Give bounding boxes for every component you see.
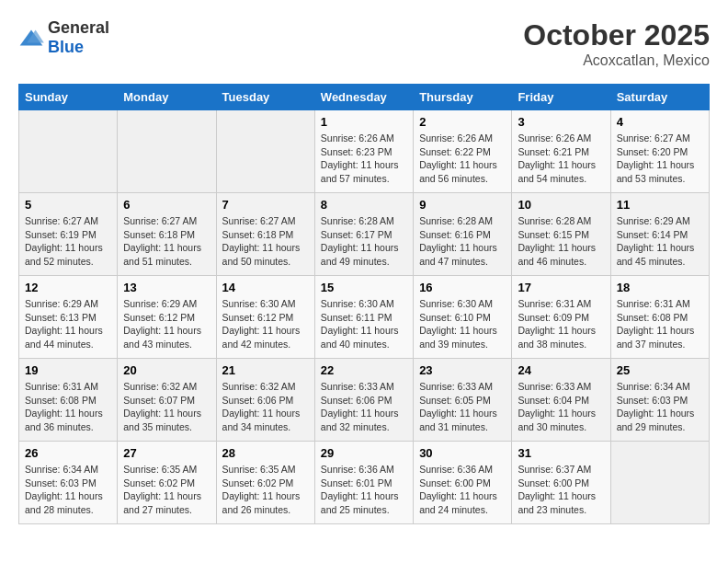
day-number: 30 xyxy=(419,446,506,460)
weekday-header-thursday: Thursday xyxy=(414,85,512,110)
day-number: 17 xyxy=(518,281,604,294)
weekday-header-sunday: Sunday xyxy=(19,85,118,110)
day-number: 9 xyxy=(419,198,506,212)
day-info: Sunrise: 6:30 AMSunset: 6:10 PMDaylight:… xyxy=(419,297,506,351)
calendar-week-4: 19Sunrise: 6:31 AMSunset: 6:08 PMDayligh… xyxy=(19,359,710,442)
calendar-cell: 1Sunrise: 6:26 AMSunset: 6:23 PMDaylight… xyxy=(314,110,413,193)
day-info: Sunrise: 6:35 AMSunset: 6:02 PMDaylight:… xyxy=(222,463,309,517)
calendar-week-1: 1Sunrise: 6:26 AMSunset: 6:23 PMDaylight… xyxy=(19,110,710,193)
day-info: Sunrise: 6:26 AMSunset: 6:21 PMDaylight:… xyxy=(518,132,604,186)
day-info: Sunrise: 6:28 AMSunset: 6:17 PMDaylight:… xyxy=(321,214,407,269)
logo-text: General Blue xyxy=(48,18,109,57)
logo: General Blue xyxy=(18,18,109,57)
logo-icon xyxy=(18,29,44,47)
calendar-cell: 31Sunrise: 6:37 AMSunset: 6:00 PMDayligh… xyxy=(512,442,610,524)
calendar-body: 1Sunrise: 6:26 AMSunset: 6:23 PMDaylight… xyxy=(19,110,710,524)
calendar-week-2: 5Sunrise: 6:27 AMSunset: 6:19 PMDaylight… xyxy=(19,193,710,276)
day-info: Sunrise: 6:33 AMSunset: 6:05 PMDaylight:… xyxy=(419,380,506,434)
calendar-cell: 27Sunrise: 6:35 AMSunset: 6:02 PMDayligh… xyxy=(118,442,216,524)
page-header: General Blue October 2025 Acoxcatlan, Me… xyxy=(18,18,710,69)
logo-general: General xyxy=(48,18,109,37)
day-number: 14 xyxy=(222,281,309,294)
calendar-cell: 6Sunrise: 6:27 AMSunset: 6:18 PMDaylight… xyxy=(118,193,216,276)
day-number: 21 xyxy=(222,363,309,377)
weekday-header-wednesday: Wednesday xyxy=(314,85,413,110)
day-number: 2 xyxy=(419,115,506,129)
calendar-cell: 7Sunrise: 6:27 AMSunset: 6:18 PMDaylight… xyxy=(216,193,314,276)
day-number: 18 xyxy=(617,281,703,294)
day-number: 7 xyxy=(222,198,309,212)
day-info: Sunrise: 6:27 AMSunset: 6:20 PMDaylight:… xyxy=(617,132,703,186)
day-info: Sunrise: 6:31 AMSunset: 6:08 PMDaylight:… xyxy=(25,380,111,434)
day-number: 11 xyxy=(617,198,703,212)
calendar-week-5: 26Sunrise: 6:34 AMSunset: 6:03 PMDayligh… xyxy=(19,442,710,524)
calendar-cell: 22Sunrise: 6:33 AMSunset: 6:06 PMDayligh… xyxy=(314,359,413,442)
calendar-cell: 30Sunrise: 6:36 AMSunset: 6:00 PMDayligh… xyxy=(414,442,512,524)
calendar-cell: 17Sunrise: 6:31 AMSunset: 6:09 PMDayligh… xyxy=(512,276,610,359)
calendar-cell: 28Sunrise: 6:35 AMSunset: 6:02 PMDayligh… xyxy=(216,442,314,524)
calendar-cell: 21Sunrise: 6:32 AMSunset: 6:06 PMDayligh… xyxy=(216,359,314,442)
calendar-cell: 3Sunrise: 6:26 AMSunset: 6:21 PMDaylight… xyxy=(512,110,610,193)
calendar-cell xyxy=(19,110,118,193)
weekday-header-monday: Monday xyxy=(118,85,216,110)
calendar-cell xyxy=(610,442,709,524)
calendar-table: SundayMondayTuesdayWednesdayThursdayFrid… xyxy=(18,84,710,524)
day-info: Sunrise: 6:30 AMSunset: 6:11 PMDaylight:… xyxy=(321,297,407,351)
day-number: 16 xyxy=(419,281,506,294)
day-number: 20 xyxy=(123,363,210,377)
title-section: October 2025 Acoxcatlan, Mexico xyxy=(523,18,710,69)
calendar-cell: 24Sunrise: 6:33 AMSunset: 6:04 PMDayligh… xyxy=(512,359,610,442)
day-number: 15 xyxy=(321,281,407,294)
day-number: 8 xyxy=(321,198,407,212)
day-info: Sunrise: 6:31 AMSunset: 6:09 PMDaylight:… xyxy=(518,297,604,351)
day-info: Sunrise: 6:36 AMSunset: 6:00 PMDaylight:… xyxy=(419,463,506,517)
weekday-header-friday: Friday xyxy=(512,85,610,110)
calendar-cell: 25Sunrise: 6:34 AMSunset: 6:03 PMDayligh… xyxy=(610,359,709,442)
day-number: 4 xyxy=(617,115,703,129)
calendar-cell: 18Sunrise: 6:31 AMSunset: 6:08 PMDayligh… xyxy=(610,276,709,359)
calendar-cell xyxy=(118,110,216,193)
day-number: 31 xyxy=(518,446,604,460)
day-info: Sunrise: 6:34 AMSunset: 6:03 PMDaylight:… xyxy=(25,463,111,517)
calendar-cell: 11Sunrise: 6:29 AMSunset: 6:14 PMDayligh… xyxy=(610,193,709,276)
weekday-header-tuesday: Tuesday xyxy=(216,85,314,110)
day-info: Sunrise: 6:26 AMSunset: 6:22 PMDaylight:… xyxy=(419,132,506,186)
day-info: Sunrise: 6:34 AMSunset: 6:03 PMDaylight:… xyxy=(617,380,703,434)
day-info: Sunrise: 6:27 AMSunset: 6:19 PMDaylight:… xyxy=(25,214,111,269)
day-number: 3 xyxy=(518,115,604,129)
calendar-cell: 8Sunrise: 6:28 AMSunset: 6:17 PMDaylight… xyxy=(314,193,413,276)
day-number: 12 xyxy=(25,281,111,294)
day-number: 23 xyxy=(419,363,506,377)
day-number: 25 xyxy=(617,363,703,377)
day-number: 19 xyxy=(25,363,111,377)
calendar-cell: 13Sunrise: 6:29 AMSunset: 6:12 PMDayligh… xyxy=(118,276,216,359)
day-info: Sunrise: 6:29 AMSunset: 6:12 PMDaylight:… xyxy=(123,297,210,351)
day-number: 22 xyxy=(321,363,407,377)
day-info: Sunrise: 6:33 AMSunset: 6:06 PMDaylight:… xyxy=(321,380,407,434)
calendar-cell: 20Sunrise: 6:32 AMSunset: 6:07 PMDayligh… xyxy=(118,359,216,442)
calendar-cell: 15Sunrise: 6:30 AMSunset: 6:11 PMDayligh… xyxy=(314,276,413,359)
calendar-cell: 23Sunrise: 6:33 AMSunset: 6:05 PMDayligh… xyxy=(414,359,512,442)
day-info: Sunrise: 6:27 AMSunset: 6:18 PMDaylight:… xyxy=(123,214,210,269)
weekday-header-row: SundayMondayTuesdayWednesdayThursdayFrid… xyxy=(19,85,710,110)
day-info: Sunrise: 6:36 AMSunset: 6:01 PMDaylight:… xyxy=(321,463,407,517)
day-number: 27 xyxy=(123,446,210,460)
day-number: 24 xyxy=(518,363,604,377)
day-number: 13 xyxy=(123,281,210,294)
weekday-header-saturday: Saturday xyxy=(610,85,709,110)
calendar-week-3: 12Sunrise: 6:29 AMSunset: 6:13 PMDayligh… xyxy=(19,276,710,359)
calendar-cell: 19Sunrise: 6:31 AMSunset: 6:08 PMDayligh… xyxy=(19,359,118,442)
day-number: 10 xyxy=(518,198,604,212)
calendar-cell: 26Sunrise: 6:34 AMSunset: 6:03 PMDayligh… xyxy=(19,442,118,524)
calendar-header: SundayMondayTuesdayWednesdayThursdayFrid… xyxy=(19,85,710,110)
day-number: 29 xyxy=(321,446,407,460)
calendar-cell xyxy=(216,110,314,193)
day-info: Sunrise: 6:29 AMSunset: 6:14 PMDaylight:… xyxy=(617,214,703,269)
day-info: Sunrise: 6:32 AMSunset: 6:07 PMDaylight:… xyxy=(123,380,210,434)
calendar-cell: 2Sunrise: 6:26 AMSunset: 6:22 PMDaylight… xyxy=(414,110,512,193)
day-info: Sunrise: 6:28 AMSunset: 6:15 PMDaylight:… xyxy=(518,214,604,269)
day-number: 26 xyxy=(25,446,111,460)
calendar-cell: 9Sunrise: 6:28 AMSunset: 6:16 PMDaylight… xyxy=(414,193,512,276)
day-info: Sunrise: 6:27 AMSunset: 6:18 PMDaylight:… xyxy=(222,214,309,269)
calendar-cell: 4Sunrise: 6:27 AMSunset: 6:20 PMDaylight… xyxy=(610,110,709,193)
